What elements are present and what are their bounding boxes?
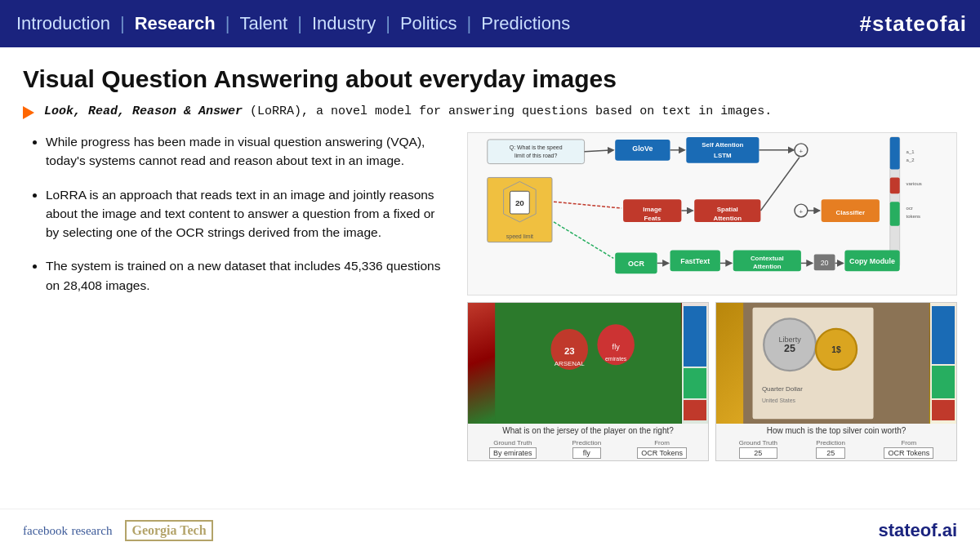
svg-text:fly: fly xyxy=(612,343,621,351)
footer-logos: facebook research Georgia Tech xyxy=(23,520,213,541)
diagram-svg: Q: What is the speed limit of this road?… xyxy=(468,133,956,295)
svg-text:Quarter Dollar: Quarter Dollar xyxy=(762,385,803,393)
soccer-gt: Ground Truth By emirates xyxy=(489,439,537,459)
main-content: Visual Question Answering about everyday… xyxy=(0,47,980,469)
coins-gt: Ground Truth 25 xyxy=(739,439,777,459)
svg-text:tokens: tokens xyxy=(906,214,921,219)
nav-sep-2: | xyxy=(219,13,237,34)
header: Introduction | Research | Talent | Indus… xyxy=(0,0,980,47)
nav-item-predictions[interactable]: Predictions xyxy=(478,13,573,34)
soccer-svg: 23 ARSENAL fly emirates xyxy=(468,303,708,424)
svg-text:FastText: FastText xyxy=(680,257,710,265)
facebook-wordmark: facebook xyxy=(23,524,68,537)
svg-text:GloVe: GloVe xyxy=(632,144,653,153)
svg-text:Attention: Attention xyxy=(753,263,782,270)
soccer-image: 23 ARSENAL fly emirates xyxy=(468,303,708,424)
svg-text:20: 20 xyxy=(515,198,524,207)
svg-text:ocr: ocr xyxy=(906,206,913,211)
svg-text:OCR: OCR xyxy=(628,260,644,268)
subtitle-row: Look, Read, Reason & Answer (LoRRA), a n… xyxy=(23,104,957,119)
footer-brand: stateof.ai xyxy=(878,520,957,541)
research-label: research xyxy=(71,524,112,537)
svg-text:limit of this road?: limit of this road? xyxy=(514,153,557,158)
nav-sep-1: | xyxy=(114,13,131,34)
svg-text:Spatial: Spatial xyxy=(717,206,738,213)
svg-text:23: 23 xyxy=(564,346,575,356)
nav-item-talent[interactable]: Talent xyxy=(236,13,291,34)
svg-text:25: 25 xyxy=(784,343,795,354)
nav-item-introduction[interactable]: Introduction xyxy=(13,13,114,34)
svg-text:Q: What is the speed: Q: What is the speed xyxy=(510,144,563,151)
subtitle-italic: Look, Read, Reason & Answer xyxy=(44,104,243,118)
svg-text:+: + xyxy=(800,208,804,216)
nav-item-politics[interactable]: Politics xyxy=(397,13,461,34)
bullet-column: While progress has been made in visual q… xyxy=(23,132,448,309)
bullet-item-2: LoRRA is an approach that reads text in … xyxy=(46,185,448,242)
soccer-from: From OCR Tokens xyxy=(637,439,687,459)
diagram-column: Q: What is the speed limit of this road?… xyxy=(467,132,957,461)
svg-text:Classifier: Classifier xyxy=(835,209,865,216)
svg-text:Contextual: Contextual xyxy=(751,255,784,262)
soccer-gt-row: Ground Truth By emirates Prediction fly … xyxy=(468,438,708,460)
footer: facebook research Georgia Tech stateof.a… xyxy=(0,509,980,551)
coins-caption: How much is the top silver coin worth? xyxy=(716,424,956,438)
facebook-logo: facebook research xyxy=(23,522,112,539)
coins-image: Liberty 25 1$ Quarter Dollar United Stat… xyxy=(716,303,956,424)
coins-pred: Prediction 25 xyxy=(816,439,845,459)
svg-rect-33 xyxy=(890,137,900,170)
svg-line-21 xyxy=(554,202,621,208)
nav-links: Introduction | Research | Talent | Indus… xyxy=(13,13,573,34)
svg-text:Feats: Feats xyxy=(644,215,661,222)
soccer-caption: What is on the jersey of the player on t… xyxy=(468,424,708,438)
svg-text:speed limit: speed limit xyxy=(506,233,533,240)
svg-text:LSTM: LSTM xyxy=(714,152,732,159)
svg-text:emirates: emirates xyxy=(605,356,627,362)
svg-text:United States: United States xyxy=(762,398,796,403)
svg-text:20: 20 xyxy=(821,259,829,267)
nav-sep-3: | xyxy=(291,13,309,34)
svg-text:+: + xyxy=(800,148,804,155)
svg-text:a_2: a_2 xyxy=(906,158,915,162)
hashtag: #stateofai xyxy=(860,11,967,37)
content-area: While progress has been made in visual q… xyxy=(23,132,957,461)
architecture-diagram: Q: What is the speed limit of this road?… xyxy=(467,132,957,295)
coins-from: From OCR Tokens xyxy=(884,439,933,459)
svg-line-13 xyxy=(585,150,614,152)
svg-text:a_1: a_1 xyxy=(906,149,915,154)
bullet-item-1: While progress has been made in visual q… xyxy=(46,132,448,171)
svg-line-56 xyxy=(554,222,613,259)
triangle-icon xyxy=(23,106,34,119)
coins-gt-row: Ground Truth 25 Prediction 25 From OCR T… xyxy=(716,438,956,460)
svg-text:Liberty: Liberty xyxy=(778,335,801,344)
svg-text:Image: Image xyxy=(643,206,662,213)
svg-text:Copy Module: Copy Module xyxy=(849,257,895,265)
nav-sep-4: | xyxy=(379,13,397,34)
nav-item-research[interactable]: Research xyxy=(131,13,219,34)
svg-line-26 xyxy=(760,158,800,211)
bullet-list: While progress has been made in visual q… xyxy=(23,132,448,295)
bullet-item-3: The system is trained on a new dataset t… xyxy=(46,256,448,295)
georgia-tech-logo: Georgia Tech xyxy=(125,520,212,541)
svg-rect-57 xyxy=(495,303,681,424)
soccer-example: 23 ARSENAL fly emirates xyxy=(467,302,709,461)
svg-text:1$: 1$ xyxy=(831,345,841,354)
coins-svg: Liberty 25 1$ Quarter Dollar United Stat… xyxy=(716,303,956,424)
svg-text:various: various xyxy=(906,181,922,186)
svg-text:ARSENAL: ARSENAL xyxy=(555,360,586,367)
svg-text:Self Attention: Self Attention xyxy=(702,141,743,149)
example-images-row: 23 ARSENAL fly emirates xyxy=(467,302,957,461)
coins-example: Liberty 25 1$ Quarter Dollar United Stat… xyxy=(715,302,957,461)
nav-item-industry[interactable]: Industry xyxy=(309,13,379,34)
svg-rect-34 xyxy=(890,177,900,193)
subtitle-rest: (LoRRA), a novel model for answering que… xyxy=(243,104,772,118)
page-title: Visual Question Answering about everyday… xyxy=(23,65,957,93)
svg-rect-35 xyxy=(890,202,900,226)
soccer-pred: Prediction fly xyxy=(572,439,602,459)
nav-sep-5: | xyxy=(461,13,479,34)
svg-text:Attention: Attention xyxy=(713,215,742,222)
subtitle-text: Look, Read, Reason & Answer (LoRRA), a n… xyxy=(44,104,772,118)
